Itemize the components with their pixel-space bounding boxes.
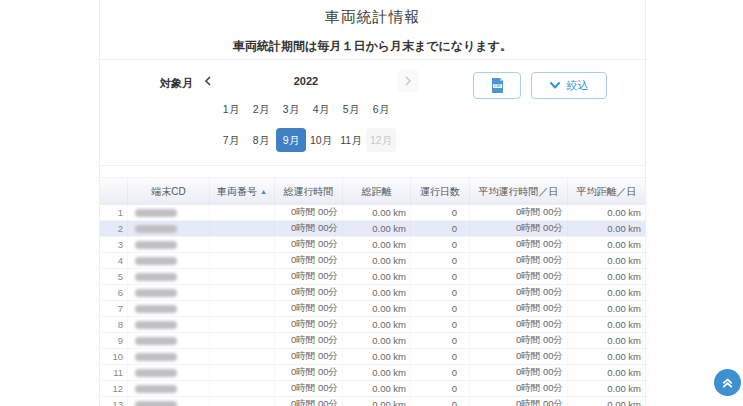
redacted-value [135,273,177,281]
cell-terminal-cd [128,365,210,380]
col-header-total-distance[interactable]: 総距離 [343,178,411,205]
cell-terminal-cd [128,301,210,316]
cell-total-distance: 0.00 km [343,253,411,268]
col-header-avg-distance[interactable]: 平均距離／日 [568,178,645,205]
col-header-terminal-cd[interactable]: 端末CD [128,178,210,205]
col-header-operation-days[interactable]: 運行日数 [411,178,470,205]
redacted-value [135,241,177,249]
cell-operation-days: 0 [411,349,470,364]
table-row[interactable]: 30時間 00分0.00 km00時間 00分0.00 km [100,237,645,253]
cell-avg-time-per-day: 0時間 00分 [470,269,568,284]
month-button-11月[interactable]: 11月 [336,128,366,152]
cell-row-index: 12 [100,381,128,396]
cell-avg-time-per-day: 0時間 00分 [470,301,568,316]
cell-avg-time-per-day: 0時間 00分 [470,237,568,252]
month-button-1月[interactable]: 1月 [216,97,246,121]
month-button-6月[interactable]: 6月 [366,97,396,121]
cell-total-time: 0時間 00分 [275,397,343,406]
cell-total-time: 0時間 00分 [275,349,343,364]
cell-total-time: 0時間 00分 [275,269,343,284]
col-header-vehicle-no[interactable]: 車両番号 ▲ [210,178,275,205]
chevron-left-icon [204,76,212,86]
cell-total-time: 0時間 00分 [275,317,343,332]
cell-avg-time-per-day: 0時間 00分 [470,333,568,348]
redacted-value [135,401,177,406]
page-title: 車両統計情報 [100,0,645,27]
cell-operation-days: 0 [411,397,470,406]
cell-avg-distance-per-day: 0.00 km [568,365,645,380]
cell-operation-days: 0 [411,333,470,348]
cell-total-distance: 0.00 km [343,221,411,236]
csv-download-button[interactable]: CSV [473,72,521,99]
cell-total-distance: 0.00 km [343,349,411,364]
cell-vehicle-no [210,349,275,364]
cell-operation-days: 0 [411,269,470,284]
cell-total-distance: 0.00 km [343,205,411,220]
chevron-down-icon [550,82,560,89]
cell-avg-time-per-day: 0時間 00分 [470,205,568,220]
table-row[interactable]: 100時間 00分0.00 km00時間 00分0.00 km [100,349,645,365]
cell-terminal-cd [128,397,210,406]
cell-avg-time-per-day: 0時間 00分 [470,381,568,396]
redacted-value [135,353,177,361]
table-body: 10時間 00分0.00 km00時間 00分0.00 km20時間 00分0.… [100,205,645,406]
month-button-7月[interactable]: 7月 [216,128,246,152]
filter-button[interactable]: 絞込 [531,72,607,99]
scroll-to-top-button[interactable] [714,369,741,396]
cell-total-distance: 0.00 km [343,285,411,300]
month-button-5月[interactable]: 5月 [336,97,366,121]
cell-terminal-cd [128,237,210,252]
table-row[interactable]: 80時間 00分0.00 km00時間 00分0.00 km [100,317,645,333]
table-row[interactable]: 20時間 00分0.00 km00時間 00分0.00 km [100,221,645,237]
table-row[interactable]: 70時間 00分0.00 km00時間 00分0.00 km [100,301,645,317]
month-button-2月[interactable]: 2月 [246,97,276,121]
cell-avg-time-per-day: 0時間 00分 [470,253,568,268]
title-section: 車両統計情報 車両統計期間は毎月１日から月末までになります。 [100,0,645,60]
main-panel: 車両統計情報 車両統計期間は毎月１日から月末までになります。 対象月 2022 … [99,0,646,406]
cell-operation-days: 0 [411,317,470,332]
month-button-9月[interactable]: 9月 [276,128,306,152]
next-year-button[interactable] [398,69,418,92]
cell-terminal-cd [128,349,210,364]
table-row[interactable]: 50時間 00分0.00 km00時間 00分0.00 km [100,269,645,285]
table-row[interactable]: 40時間 00分0.00 km00時間 00分0.00 km [100,253,645,269]
cell-row-index: 7 [100,301,128,316]
cell-vehicle-no [210,221,275,236]
redacted-value [135,225,177,233]
cell-terminal-cd [128,381,210,396]
cell-avg-distance-per-day: 0.00 km [568,333,645,348]
cell-terminal-cd [128,221,210,236]
table-row[interactable]: 110時間 00分0.00 km00時間 00分0.00 km [100,365,645,381]
table-row[interactable]: 130時間 00分0.00 km00時間 00分0.00 km [100,397,645,406]
month-button-10月[interactable]: 10月 [306,128,336,152]
page-subtitle: 車両統計期間は毎月１日から月末までになります。 [100,38,645,55]
table-row[interactable]: 90時間 00分0.00 km00時間 00分0.00 km [100,333,645,349]
month-button-8月[interactable]: 8月 [246,128,276,152]
svg-text:CSV: CSV [494,84,502,88]
cell-total-distance: 0.00 km [343,317,411,332]
cell-avg-distance-per-day: 0.00 km [568,205,645,220]
cell-avg-time-per-day: 0時間 00分 [470,349,568,364]
col-header-avg-time[interactable]: 平均運行時間／日 [470,178,568,205]
cell-total-time: 0時間 00分 [275,333,343,348]
year-label: 2022 [216,75,396,87]
cell-operation-days: 0 [411,285,470,300]
cell-row-index: 10 [100,349,128,364]
cell-vehicle-no [210,381,275,396]
cell-avg-distance-per-day: 0.00 km [568,221,645,236]
cell-avg-distance-per-day: 0.00 km [568,285,645,300]
table-row[interactable]: 60時間 00分0.00 km00時間 00分0.00 km [100,285,645,301]
prev-year-button[interactable] [200,72,216,90]
month-button-4月[interactable]: 4月 [306,97,336,121]
table-row[interactable]: 10時間 00分0.00 km00時間 00分0.00 km [100,205,645,221]
col-header-total-time[interactable]: 総運行時間 [275,178,343,205]
cell-total-distance: 0.00 km [343,365,411,380]
filter-section: 対象月 2022 1月2月3月4月5月6月7月8月9月10月11月12月 CSV [100,60,645,166]
cell-vehicle-no [210,253,275,268]
month-button-3月[interactable]: 3月 [276,97,306,121]
cell-vehicle-no [210,397,275,406]
cell-terminal-cd [128,317,210,332]
table-row[interactable]: 120時間 00分0.00 km00時間 00分0.00 km [100,381,645,397]
cell-avg-time-per-day: 0時間 00分 [470,397,568,406]
table-header-row: 端末CD 車両番号 ▲ 総運行時間 総距離 運行日数 平均運行時間／日 平均距離… [100,177,645,205]
